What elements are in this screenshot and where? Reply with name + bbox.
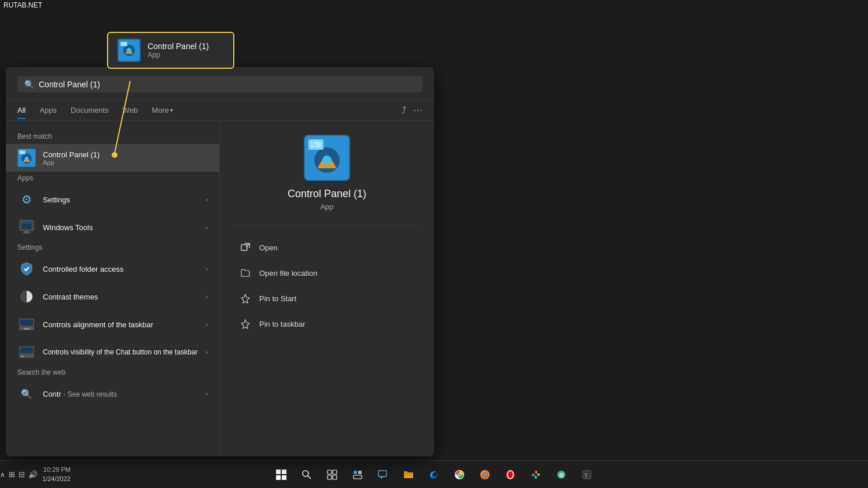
web-search-term: Contr — [43, 390, 61, 398]
tab-more-label: More — [152, 106, 169, 114]
open-file-location-label: Open file location — [259, 269, 317, 278]
taskbar-app6-button[interactable]: ✿ — [550, 463, 573, 486]
search-input[interactable] — [39, 80, 415, 89]
chevron-right-icon-5: › — [205, 321, 208, 328]
tab-documents[interactable]: Documents — [71, 106, 109, 119]
result-title-contrast-themes: Contrast themes — [43, 293, 198, 301]
result-control-panel[interactable]: Control Panel (1) App — [6, 144, 219, 172]
result-taskbar-alignment[interactable]: Controls alignment of the taskbar › — [6, 310, 219, 338]
result-text-chat-visibility: Controls visibility of the Chat button o… — [43, 348, 198, 356]
svg-rect-57 — [535, 471, 536, 474]
taskbar-search-button[interactable] — [295, 463, 318, 486]
svg-rect-63 — [537, 474, 540, 475]
pin-start-icon — [238, 291, 252, 305]
wifi-icon[interactable]: ⊟ — [19, 470, 25, 479]
clock[interactable]: 10:29 PM 1/24/2022 — [42, 465, 71, 483]
svg-rect-38 — [282, 469, 286, 474]
result-title-control-panel: Control Panel (1) — [43, 150, 208, 159]
chevron-up-icon[interactable]: ∧ — [0, 471, 5, 479]
result-title-settings: Settings — [43, 195, 198, 204]
tab-all[interactable]: All — [17, 106, 25, 119]
svg-rect-46 — [354, 471, 357, 474]
taskbar-center: ✿ T — [270, 463, 598, 486]
time-display: 10:29 PM — [42, 465, 71, 474]
result-title-chat-visibility: Controls visibility of the Chat button o… — [43, 348, 198, 356]
svg-rect-13 — [20, 151, 24, 153]
speaker-icon[interactable]: 🔊 — [28, 470, 38, 479]
svg-rect-48 — [354, 475, 362, 479]
svg-rect-18 — [23, 232, 31, 234]
result-text-control-panel: Control Panel (1) App — [43, 150, 208, 166]
taskbar-explorer-button[interactable] — [397, 463, 420, 486]
tooltip-text: Control Panel (1) App — [148, 42, 209, 59]
svg-rect-62 — [536, 471, 537, 474]
result-controlled-folder[interactable]: Controlled folder access › — [6, 255, 219, 283]
taskbar-right: ∧ ⊞ ⊟ 🔊 10:29 PM 1/24/2022 — [0, 465, 78, 483]
result-windows-tools[interactable]: Windows Tools › — [6, 213, 219, 241]
result-contrast-themes[interactable]: Contrast themes › — [6, 283, 219, 310]
taskbar: ✿ T ∧ ⊞ ⊟ 🔊 10:29 PM 1/24/2022 — [0, 460, 868, 488]
contrast-icon — [17, 287, 36, 306]
result-subtitle-control-panel: App — [43, 159, 208, 166]
result-web-search[interactable]: 🔍 Contr - See web results › — [6, 380, 219, 408]
svg-rect-56 — [532, 474, 535, 475]
result-chat-visibility[interactable]: Controls visibility of the Chat button o… — [6, 338, 219, 366]
chevron-right-icon-3: › — [205, 265, 208, 272]
svg-rect-60 — [532, 475, 535, 476]
open-label: Open — [259, 243, 278, 252]
start-button[interactable] — [270, 463, 293, 486]
action-pin-taskbar[interactable]: Pin to taskbar — [234, 311, 420, 337]
tooltip-subtitle: App — [148, 51, 209, 59]
action-open[interactable]: Open — [234, 235, 420, 260]
action-open-file-location[interactable]: Open file location — [234, 260, 420, 286]
network-icon[interactable]: ⊞ — [9, 470, 15, 479]
svg-text:T: T — [584, 472, 588, 478]
result-text-web-search: Contr - See web results — [43, 390, 198, 398]
chevron-right-icon-4: › — [205, 293, 208, 300]
pin-start-label: Pin to Start — [259, 294, 296, 303]
search-input-wrap[interactable]: 🔍 — [17, 76, 422, 93]
action-pin-start[interactable]: Pin to Start — [234, 286, 420, 311]
svg-point-41 — [303, 471, 308, 476]
apps-section-label: Apps — [6, 172, 219, 186]
best-match-label: Best match — [6, 130, 219, 144]
search-web-label: Search the web — [6, 366, 219, 380]
web-search-suffix: - See web results — [63, 390, 117, 398]
watermark: RUTAB.NET — [0, 0, 46, 10]
taskbar-chrome-button[interactable] — [448, 463, 471, 486]
svg-point-51 — [458, 474, 461, 476]
right-panel-divider — [234, 225, 420, 225]
taskbar-slack-button[interactable] — [524, 463, 547, 486]
web-search-icon: 🔍 — [17, 385, 36, 403]
taskbar-edge-button[interactable] — [422, 463, 446, 486]
taskbar-firefox-button[interactable] — [473, 463, 496, 486]
taskbar-chat-button[interactable] — [372, 463, 395, 486]
tab-apps[interactable]: Apps — [39, 106, 57, 119]
result-text-taskbar-alignment: Controls alignment of the taskbar — [43, 320, 198, 329]
search-icon: 🔍 — [24, 80, 34, 89]
result-title-taskbar-alignment: Controls alignment of the taskbar — [43, 320, 198, 329]
svg-rect-43 — [333, 470, 337, 474]
chevron-right-icon-6: › — [205, 349, 208, 356]
svg-rect-47 — [358, 471, 362, 474]
share-icon[interactable]: ⤴ — [402, 105, 406, 116]
settings-icon: ⚙ — [17, 190, 36, 209]
tab-web[interactable]: Web — [123, 106, 138, 119]
taskbar-typora-button[interactable]: T — [575, 463, 598, 486]
result-title-web-search: Contr - See web results — [43, 390, 198, 398]
result-settings[interactable]: ⚙ Settings › — [6, 186, 219, 213]
taskbar-opera-button[interactable] — [499, 463, 522, 486]
tooltip-popup: Control Panel (1) App — [107, 32, 234, 69]
svg-rect-27 — [21, 356, 24, 357]
tab-more[interactable]: More ▾ — [152, 106, 173, 119]
svg-rect-25 — [20, 347, 33, 353]
svg-rect-45 — [333, 475, 337, 479]
taskbar-widgets-button[interactable] — [346, 463, 369, 486]
right-panel: Control Panel (1) App Open — [220, 121, 434, 456]
chat-visibility-icon — [17, 343, 36, 361]
shield-icon — [17, 260, 36, 278]
more-options-icon[interactable]: ⋯ — [413, 105, 422, 116]
taskbar-taskview-button[interactable] — [321, 463, 344, 486]
svg-point-53 — [483, 472, 487, 477]
svg-rect-5 — [122, 43, 126, 45]
